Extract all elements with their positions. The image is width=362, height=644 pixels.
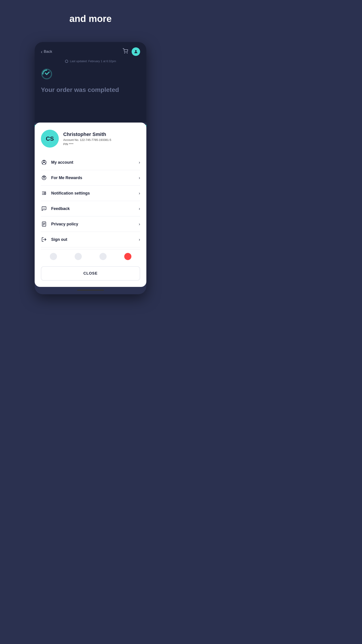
last-updated-row: Last updated: February 1 at 6:32pm bbox=[41, 60, 140, 63]
nav-icons bbox=[123, 48, 140, 56]
menu-item-feedback[interactable]: Feedback › bbox=[41, 201, 140, 216]
sign-out-chevron-icon: › bbox=[139, 237, 140, 242]
sign-out-label: Sign out bbox=[51, 237, 67, 242]
menu-item-privacy-policy[interactable]: Privacy policy › bbox=[41, 216, 140, 232]
order-complete-icon bbox=[41, 68, 140, 82]
for-me-rewards-label: For Me Rewards bbox=[51, 176, 82, 180]
profile-pin: PIN **** bbox=[63, 142, 111, 146]
profile-info: Christopher Smith Account No. 122-745-77… bbox=[63, 132, 111, 146]
close-button[interactable]: CLOSE bbox=[41, 266, 140, 281]
tab-icon-2 bbox=[75, 253, 82, 260]
privacy-policy-chevron-icon: › bbox=[139, 222, 140, 226]
svg-point-1 bbox=[127, 53, 127, 53]
privacy-policy-icon bbox=[41, 221, 47, 227]
user-avatar-small[interactable] bbox=[132, 48, 140, 56]
close-button-wrap: CLOSE bbox=[35, 262, 146, 287]
feedback-label: Feedback bbox=[51, 206, 70, 211]
profile-row: CS Christopher Smith Account No. 122-745… bbox=[41, 130, 140, 148]
phone-nav-bar: ‹ Back bbox=[41, 48, 140, 56]
tab-icon-1 bbox=[50, 253, 57, 260]
my-account-chevron-icon: › bbox=[139, 160, 140, 165]
back-chevron-icon: ‹ bbox=[41, 49, 42, 54]
tab-icon-3 bbox=[99, 253, 107, 260]
sign-out-icon bbox=[41, 236, 47, 242]
profile-name: Christopher Smith bbox=[63, 132, 111, 137]
svg-point-0 bbox=[124, 53, 125, 53]
svg-point-3 bbox=[43, 160, 45, 162]
cart-icon[interactable] bbox=[123, 48, 128, 55]
home-indicator bbox=[77, 290, 104, 291]
phone-top-section: ‹ Back Last updated: Februar bbox=[35, 42, 146, 122]
menu-sheet: CS Christopher Smith Account No. 122-745… bbox=[35, 122, 146, 262]
notification-settings-label: Notification settings bbox=[51, 191, 90, 196]
back-button[interactable]: ‹ Back bbox=[41, 49, 52, 54]
last-updated-text: Last updated: February 1 at 6:32pm bbox=[70, 60, 116, 63]
page-title: and more bbox=[69, 14, 111, 24]
bottom-tab-hint bbox=[41, 249, 140, 262]
feedback-chevron-icon: › bbox=[139, 206, 140, 211]
svg-point-2 bbox=[135, 50, 137, 52]
menu-item-my-account[interactable]: My account › bbox=[41, 155, 140, 170]
for-me-rewards-chevron-icon: › bbox=[139, 176, 140, 180]
notification-settings-chevron-icon: › bbox=[139, 191, 140, 196]
feedback-icon bbox=[41, 206, 47, 212]
clock-icon bbox=[65, 60, 68, 63]
my-account-label: My account bbox=[51, 160, 73, 165]
for-me-rewards-icon bbox=[41, 175, 47, 181]
back-label: Back bbox=[44, 50, 52, 54]
menu-item-notification-settings[interactable]: Notification settings › bbox=[41, 186, 140, 201]
privacy-policy-label: Privacy policy bbox=[51, 222, 78, 226]
svg-point-9 bbox=[44, 192, 46, 194]
notification-settings-icon bbox=[41, 190, 47, 196]
menu-item-for-me-rewards[interactable]: For Me Rewards › bbox=[41, 170, 140, 186]
order-completed-text: Your order was completed bbox=[41, 86, 140, 94]
profile-account-number: Account No. 122-745-7785-193381-5 bbox=[63, 138, 111, 142]
profile-avatar: CS bbox=[41, 130, 59, 148]
svg-point-10 bbox=[44, 208, 44, 208]
my-account-icon bbox=[41, 159, 47, 166]
menu-item-sign-out[interactable]: Sign out › bbox=[41, 232, 140, 247]
tab-icon-4 bbox=[124, 253, 131, 260]
phone-frame: ‹ Back Last updated: Februar bbox=[35, 42, 146, 294]
